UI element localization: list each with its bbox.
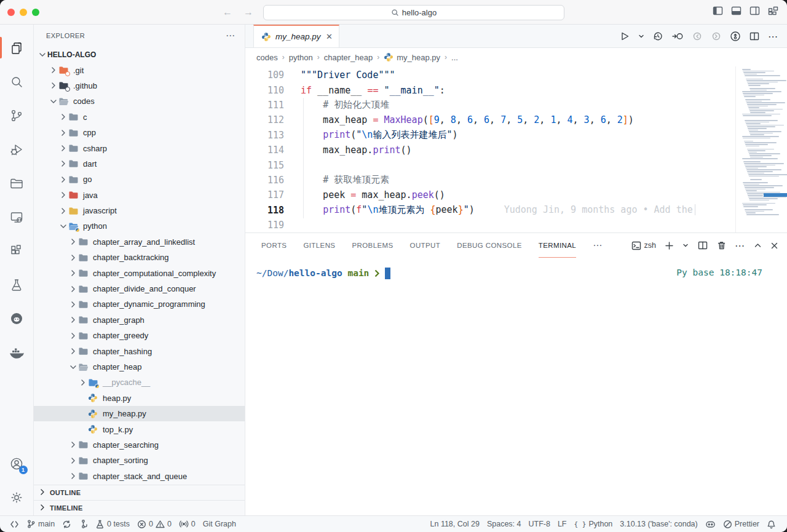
tree-item--github[interactable]: .github [34, 78, 245, 93]
chevron-right-icon[interactable] [58, 190, 68, 200]
status-git-branch[interactable]: main [23, 519, 58, 529]
tree-item-csharp[interactable]: csharp [34, 140, 245, 156]
line-number[interactable]: 109 [245, 69, 284, 81]
status-copilot[interactable] [702, 520, 719, 529]
tree-item-go[interactable]: go [34, 172, 245, 187]
status-encoding[interactable]: UTF-8 [525, 520, 554, 528]
chevron-down-icon[interactable] [68, 362, 78, 372]
chevron-right-icon[interactable] [58, 206, 68, 216]
open-changes-button[interactable] [671, 31, 684, 41]
tree-root-hello-algo[interactable]: HELLO-ALGO [34, 47, 245, 62]
editor[interactable]: 109"""Driver Code"""110if __name__ == "_… [245, 66, 787, 232]
activity-item-github[interactable] [0, 301, 34, 335]
status-indentation[interactable]: Spaces: 4 [483, 520, 525, 528]
tree-item-chapter-searching[interactable]: chapter_searching [34, 437, 245, 453]
chevron-right-icon[interactable] [68, 346, 78, 356]
tree-item-chapter-divide-and-conquer[interactable]: chapter_divide_and_conquer [34, 281, 245, 296]
chevron-right-icon[interactable] [68, 471, 78, 481]
activity-item-file-explorer-alt[interactable] [0, 166, 34, 200]
breadcrumb-item-my-heap-py[interactable]: my_heap.py [384, 52, 440, 62]
history-forward-button[interactable]: → [243, 7, 253, 18]
toggle-secondary-sidebar-button[interactable] [749, 6, 760, 15]
activity-item-remote-explorer[interactable] [0, 200, 34, 234]
status-prettier[interactable]: Prettier [719, 520, 763, 529]
breadcrumb-item-codes[interactable]: codes [256, 53, 278, 62]
chevron-right-icon[interactable] [68, 268, 78, 278]
tree-item--pycache-[interactable]: __pycache__ [34, 375, 245, 390]
activity-item-extensions[interactable] [0, 234, 34, 268]
toggle-primary-sidebar-button[interactable] [713, 6, 723, 15]
previous-change-button[interactable] [692, 31, 703, 41]
toggle-panel-button[interactable] [731, 6, 742, 15]
status-sync[interactable] [58, 520, 75, 529]
tree-item-top-k-py[interactable]: top_k.py [34, 421, 245, 437]
status-notifications[interactable] [763, 520, 780, 529]
status-remote[interactable] [6, 520, 23, 529]
tree-item-my-heap-py[interactable]: my_heap.py [34, 406, 245, 421]
chevron-right-icon[interactable] [78, 378, 88, 387]
panel-tab-output[interactable]: OUTPUT [410, 233, 441, 258]
status-cursor-position[interactable]: Ln 118, Col 29 [427, 520, 483, 528]
timeline-section[interactable]: TIMELINE [34, 500, 245, 515]
terminal-dropdown-chevron-icon[interactable] [682, 242, 689, 248]
panel-tab-ports[interactable]: PORTS [261, 233, 287, 258]
line-number[interactable]: 117 [245, 189, 284, 200]
status-ports[interactable]: 0 [175, 520, 199, 528]
chevron-right-icon[interactable] [68, 237, 78, 247]
activity-item-testing[interactable] [0, 268, 34, 301]
status-git-graph[interactable]: Git Graph [199, 520, 240, 528]
minimize-window-button[interactable] [20, 9, 27, 16]
status-gitlens[interactable] [75, 519, 92, 529]
tree-item-codes[interactable]: codes [34, 93, 245, 109]
status-language-mode[interactable]: { }Python [571, 520, 617, 528]
chevron-right-icon[interactable] [68, 315, 78, 325]
history-back-button[interactable]: ← [223, 7, 232, 18]
next-change-button[interactable] [711, 31, 722, 41]
status-problems[interactable]: 00 [133, 520, 175, 529]
tree-item-chapter-dynamic-programming[interactable]: chapter_dynamic_programming [34, 296, 245, 312]
split-editor-button[interactable] [749, 31, 760, 41]
kill-terminal-button[interactable] [717, 240, 726, 250]
tree-item-python[interactable]: python [34, 218, 245, 234]
line-number[interactable]: 111 [245, 100, 284, 111]
activity-item-search[interactable] [0, 65, 34, 98]
tree-item-chapter-heap[interactable]: chapter_heap [34, 359, 245, 375]
chevron-right-icon[interactable] [58, 159, 68, 169]
new-terminal-button[interactable] [665, 241, 674, 250]
chevron-right-icon[interactable] [49, 65, 58, 75]
tree-item-c[interactable]: c [34, 109, 245, 125]
breadcrumb-item-python[interactable]: python [289, 53, 313, 62]
line-number[interactable]: 112 [245, 114, 284, 125]
sidebar-more-actions-button[interactable]: ⋯ [226, 30, 236, 41]
chevron-right-icon[interactable] [68, 284, 78, 294]
chevron-right-icon[interactable] [68, 456, 78, 466]
tree-item-chapter-sorting[interactable]: chapter_sorting [34, 453, 245, 468]
line-number[interactable]: 116 [245, 175, 284, 186]
minimap[interactable] [735, 66, 787, 232]
command-center-search[interactable]: hello-algo [263, 5, 564, 20]
chevron-right-icon[interactable] [68, 331, 78, 341]
activity-item-source-control[interactable] [0, 98, 34, 132]
line-number[interactable]: 115 [245, 160, 284, 171]
tab-my-heap-py[interactable]: my_heap.py ✕ [253, 25, 339, 47]
chevron-right-icon[interactable] [49, 81, 58, 90]
status-tests[interactable]: 0 tests [92, 519, 133, 529]
code-area[interactable]: 109"""Driver Code"""110if __name__ == "_… [245, 66, 735, 232]
zoom-window-button[interactable] [32, 9, 39, 16]
tree-item-chapter-array-and-linkedlist[interactable]: chapter_array_and_linkedlist [34, 234, 245, 250]
tree-item-chapter-stack-and-queue[interactable]: chapter_stack_and_queue [34, 469, 245, 484]
chevron-down-icon[interactable] [49, 97, 58, 106]
chevron-right-icon[interactable] [68, 300, 78, 309]
status-eol[interactable]: LF [554, 520, 571, 528]
close-tab-icon[interactable]: ✕ [326, 32, 333, 41]
tree-item-chapter-hashing[interactable]: chapter_hashing [34, 343, 245, 359]
commit-graph-button[interactable] [730, 31, 741, 42]
line-number[interactable]: 113 [245, 130, 284, 141]
minimap-slider[interactable] [764, 193, 787, 197]
run-dropdown-chevron-icon[interactable] [638, 33, 644, 39]
chevron-right-icon[interactable] [58, 112, 68, 122]
shell-selector[interactable]: zsh [631, 241, 656, 250]
split-terminal-button[interactable] [697, 240, 708, 250]
panel-tab-problems[interactable]: PROBLEMS [352, 233, 393, 258]
activity-item-explorer[interactable] [0, 31, 34, 65]
